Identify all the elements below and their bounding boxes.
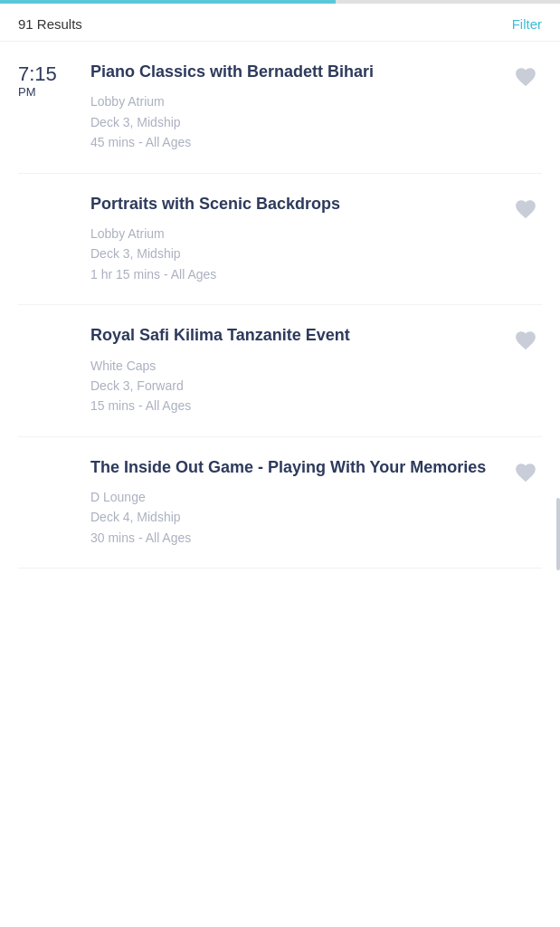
event-content: Royal Safi Kilima Tanzanite EventWhite C… [81, 325, 509, 416]
event-ampm: PM [18, 85, 36, 99]
event-meta: D LoungeDeck 4, Midship30 mins - All Age… [90, 487, 509, 548]
favorite-button[interactable] [509, 325, 542, 350]
heart-icon [514, 329, 537, 350]
heart-icon [514, 197, 537, 219]
event-title: Royal Safi Kilima Tanzanite Event [90, 325, 509, 346]
favorite-button[interactable] [509, 457, 542, 483]
event-content: The Inside Out Game - Playing With Your … [81, 457, 509, 549]
heart-icon [514, 65, 537, 87]
event-time-col: 7:15PM [18, 62, 81, 99]
event-time: 7:15 [18, 63, 57, 85]
favorite-button[interactable] [509, 62, 542, 87]
event-time-col [18, 194, 81, 196]
scrollbar[interactable] [556, 498, 560, 570]
filter-button[interactable]: Filter [512, 16, 542, 32]
results-count: 91 Results [18, 16, 82, 32]
results-header: 91 Results Filter [0, 4, 560, 42]
event-meta: Lobby AtriumDeck 3, Midship1 hr 15 mins … [90, 224, 509, 284]
event-meta: White CapsDeck 3, Forward15 mins - All A… [90, 356, 509, 416]
event-item: Royal Safi Kilima Tanzanite EventWhite C… [18, 305, 542, 437]
event-item: The Inside Out Game - Playing With Your … [18, 437, 542, 569]
event-content: Piano Classics with Bernadett BihariLobb… [81, 62, 509, 153]
events-list: 7:15PMPiano Classics with Bernadett Biha… [0, 42, 560, 569]
favorite-button[interactable] [509, 194, 542, 219]
event-time-col [18, 325, 81, 327]
event-title: Portraits with Scenic Backdrops [90, 194, 509, 215]
heart-icon [514, 461, 537, 483]
event-item: Portraits with Scenic BackdropsLobby Atr… [18, 174, 542, 306]
event-time-col [18, 457, 81, 459]
event-content: Portraits with Scenic BackdropsLobby Atr… [81, 194, 509, 285]
event-title: Piano Classics with Bernadett Bihari [90, 62, 509, 82]
event-item: 7:15PMPiano Classics with Bernadett Biha… [18, 42, 542, 174]
event-title: The Inside Out Game - Playing With Your … [90, 457, 509, 478]
event-meta: Lobby AtriumDeck 3, Midship45 mins - All… [90, 91, 509, 152]
